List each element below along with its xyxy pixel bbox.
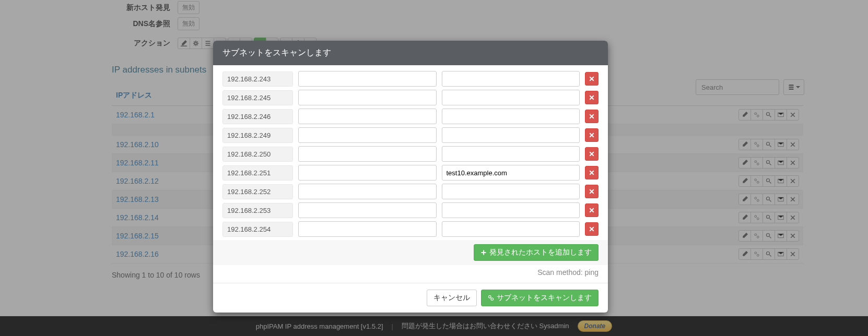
scan-hostname-input[interactable]: [442, 127, 580, 143]
close-icon: [589, 132, 595, 138]
cogs-icon: [488, 295, 494, 301]
close-icon: [589, 151, 595, 157]
scan-description-input[interactable]: [298, 221, 437, 237]
scan-row: 192.168.2.245: [222, 90, 599, 105]
scan-ip-cell: 192.168.2.243: [222, 71, 293, 87]
scan-description-input[interactable]: [298, 202, 437, 218]
scan-row: 192.168.2.243: [222, 71, 599, 87]
add-discovered-hosts-button[interactable]: 発見されたホストを追加します: [474, 244, 599, 261]
scan-hostname-input[interactable]: [442, 146, 580, 162]
scan-row-delete-button[interactable]: [585, 72, 599, 86]
close-icon: [589, 226, 595, 232]
scan-ip-cell: 192.168.2.245: [222, 90, 293, 105]
scan-row-delete-button[interactable]: [585, 222, 599, 236]
close-icon: [589, 113, 595, 119]
scan-row: 192.168.2.251: [222, 165, 599, 181]
scan-hostname-input[interactable]: [442, 221, 580, 237]
scan-ip-cell: 192.168.2.251: [222, 165, 293, 181]
close-icon: [589, 76, 595, 82]
scan-row-delete-button[interactable]: [585, 147, 599, 161]
scan-description-input[interactable]: [298, 184, 437, 199]
scan-method-note: Scan method: ping: [213, 265, 608, 283]
scan-ip-cell: 192.168.2.249: [222, 128, 293, 143]
scan-ip-cell: 192.168.2.246: [222, 109, 293, 124]
scan-row-delete-button[interactable]: [585, 128, 599, 142]
scan-row-delete-button[interactable]: [585, 166, 599, 179]
scan-row: 192.168.2.250: [222, 146, 599, 162]
scan-hostname-input[interactable]: [442, 184, 580, 199]
cancel-button[interactable]: キャンセル: [427, 290, 477, 306]
scan-description-input[interactable]: [298, 146, 437, 162]
scan-row: 192.168.2.253: [222, 202, 599, 218]
scan-ip-cell: 192.168.2.250: [222, 147, 293, 162]
scan-hostname-input[interactable]: [442, 202, 580, 218]
scan-ip-cell: 192.168.2.253: [222, 203, 293, 218]
scan-row: 192.168.2.246: [222, 109, 599, 124]
svg-point-37: [489, 296, 491, 298]
close-icon: [589, 94, 595, 101]
close-icon: [589, 188, 595, 195]
svg-point-38: [491, 298, 494, 301]
modal-title: サブネットをスキャンします: [213, 41, 608, 65]
scan-description-input[interactable]: [298, 165, 437, 181]
scan-row-delete-button[interactable]: [585, 203, 599, 217]
scan-ip-cell: 192.168.2.254: [222, 222, 293, 237]
scan-description-input[interactable]: [298, 71, 437, 87]
scan-row: 192.168.2.254: [222, 221, 599, 237]
scan-row: 192.168.2.249: [222, 127, 599, 143]
scan-row-delete-button[interactable]: [585, 110, 599, 123]
scan-modal: サブネットをスキャンします 192.168.2.243192.168.2.245…: [213, 41, 608, 313]
scan-description-input[interactable]: [298, 109, 437, 124]
close-icon: [589, 207, 595, 213]
scan-hostname-input[interactable]: [442, 90, 580, 105]
scan-hostname-input[interactable]: [442, 109, 580, 124]
scan-row-delete-button[interactable]: [585, 185, 599, 198]
scan-hostname-input[interactable]: [442, 71, 580, 87]
scan-hostname-input[interactable]: [442, 165, 580, 181]
scan-description-input[interactable]: [298, 90, 437, 105]
scan-ip-cell: 192.168.2.252: [222, 184, 293, 199]
scan-subnet-button[interactable]: サブネットをスキャンします: [481, 290, 599, 306]
scan-description-input[interactable]: [298, 127, 437, 143]
scan-row: 192.168.2.252: [222, 184, 599, 199]
plus-icon: [480, 249, 487, 256]
close-icon: [589, 170, 595, 176]
scan-row-delete-button[interactable]: [585, 91, 599, 104]
